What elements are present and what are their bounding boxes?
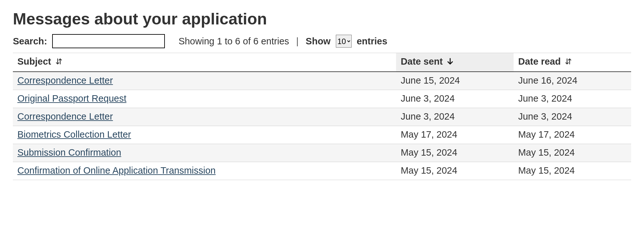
table-row: Submission ConfirmationMay 15, 2024May 1… (13, 144, 631, 162)
subject-link[interactable]: Original Passport Request (17, 93, 127, 104)
table-controls: Search: Showing 1 to 6 of 6 entries | Sh… (13, 34, 631, 48)
col-header-subject[interactable]: Subject (13, 53, 396, 72)
sort-both-icon (564, 57, 572, 68)
subject-link[interactable]: Confirmation of Online Application Trans… (17, 165, 216, 176)
show-label: Show (306, 36, 330, 47)
cell-date-sent: May 15, 2024 (396, 162, 514, 180)
subject-link[interactable]: Biometrics Collection Letter (17, 129, 131, 140)
separator: | (296, 36, 299, 47)
cell-date-sent: June 3, 2024 (396, 90, 514, 108)
table-row: Confirmation of Online Application Trans… (13, 162, 631, 180)
col-header-date-sent-label: Date sent (401, 56, 443, 67)
subject-link[interactable]: Submission Confirmation (17, 147, 121, 158)
sort-desc-icon (447, 57, 454, 68)
cell-date-sent: June 3, 2024 (396, 108, 514, 126)
table-row: Original Passport RequestJune 3, 2024Jun… (13, 90, 631, 108)
cell-date-read: May 15, 2024 (514, 162, 631, 180)
table-row: Correspondence LetterJune 3, 2024June 3,… (13, 108, 631, 126)
cell-date-read: June 16, 2024 (514, 72, 631, 90)
cell-date-sent: June 15, 2024 (396, 72, 514, 90)
page-title: Messages about your application (13, 10, 631, 28)
cell-date-read: June 3, 2024 (514, 108, 631, 126)
sort-both-icon (55, 57, 63, 68)
subject-link[interactable]: Correspondence Letter (17, 111, 113, 122)
entries-label: entries (357, 36, 387, 47)
cell-date-sent: May 15, 2024 (396, 144, 514, 162)
cell-date-read: May 15, 2024 (514, 144, 631, 162)
table-row: Biometrics Collection LetterMay 17, 2024… (13, 126, 631, 144)
col-header-date-sent[interactable]: Date sent (396, 53, 514, 72)
messages-table: Subject Date sent Date read Corresponden… (13, 53, 631, 180)
col-header-date-read[interactable]: Date read (514, 53, 631, 72)
subject-link[interactable]: Correspondence Letter (17, 75, 113, 86)
col-header-subject-label: Subject (17, 56, 51, 67)
search-label: Search: (13, 36, 47, 47)
showing-text: Showing 1 to 6 of 6 entries (178, 36, 289, 47)
cell-date-read: June 3, 2024 (514, 90, 631, 108)
cell-date-read: May 17, 2024 (514, 126, 631, 144)
table-row: Correspondence LetterJune 15, 2024June 1… (13, 72, 631, 90)
show-select[interactable]: 10 (336, 35, 352, 48)
col-header-date-read-label: Date read (518, 56, 561, 67)
search-input[interactable] (52, 34, 165, 48)
cell-date-sent: May 17, 2024 (396, 126, 514, 144)
